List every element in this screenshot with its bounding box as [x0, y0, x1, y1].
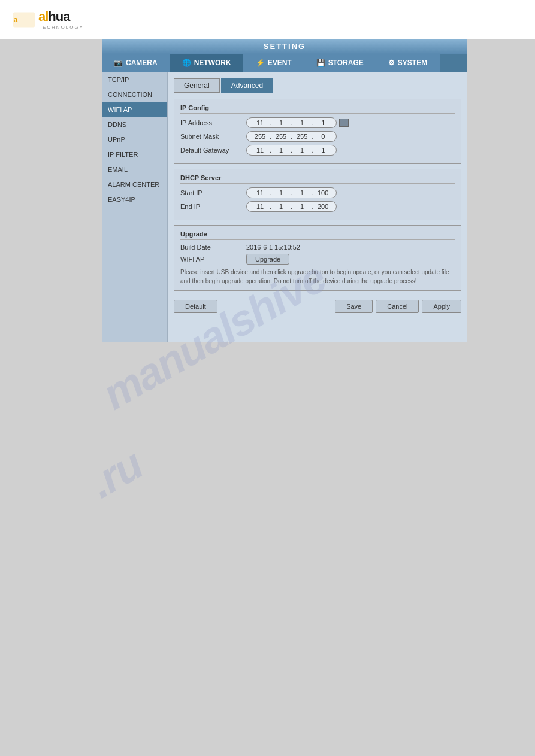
tab-system-label: SYSTEM — [398, 59, 427, 67]
start-ip-octet1[interactable] — [252, 189, 268, 196]
sidebar-item-connection[interactable]: CONNECTION — [102, 87, 167, 102]
dhcpserver-section: DHCP Server Start IP . . . — [174, 169, 461, 220]
action-button-group: Save Cancel Apply — [335, 300, 461, 313]
tab-camera-label: CAMERA — [126, 59, 158, 67]
gateway-octet3[interactable] — [294, 147, 310, 154]
ipconfig-title: IP Config — [180, 104, 455, 114]
ip-address-octet2[interactable] — [273, 119, 289, 126]
network-icon: 🌐 — [182, 59, 191, 67]
gateway-octet1[interactable] — [252, 147, 268, 154]
bottom-buttons: Default Save Cancel Apply — [174, 297, 461, 316]
tab-event-label: EVENT — [268, 59, 292, 67]
logo-brand-accent: al — [38, 9, 48, 24]
sidebar-item-easy4ip[interactable]: EASY4IP — [102, 192, 167, 207]
ip-dot1: . — [270, 119, 271, 126]
sidebar-item-upnp[interactable]: UPnP — [102, 132, 167, 147]
camera-icon: 📷 — [114, 59, 123, 67]
default-gateway-input[interactable]: . . . — [246, 145, 337, 156]
ip-address-label: IP Address — [180, 119, 246, 126]
default-gateway-label: Default Gateway — [180, 147, 246, 154]
subnet-mask-row: Subnet Mask . . . — [180, 131, 455, 142]
gateway-octet2[interactable] — [273, 147, 289, 154]
start-ip-row: Start IP . . . — [180, 187, 455, 198]
end-ip-octet1[interactable] — [252, 203, 268, 210]
sidebar-item-tcpip[interactable]: TCP/IP — [102, 72, 167, 87]
start-dot3: . — [312, 189, 313, 196]
sidebar-item-alarmcenter[interactable]: ALARM CENTER — [102, 177, 167, 192]
main-content: General Advanced IP Config IP Address . … — [168, 72, 467, 342]
setting-header: SETTING — [102, 39, 467, 54]
sidebar-item-email[interactable]: EMAIL — [102, 162, 167, 177]
start-ip-octet4[interactable] — [315, 189, 331, 196]
svg-text:a: a — [13, 14, 18, 23]
watermark-line2: .ru — [81, 439, 150, 508]
logo-subtitle: TECHNOLOGY — [38, 25, 84, 30]
upgrade-title: Upgrade — [180, 230, 455, 240]
cancel-button[interactable]: Cancel — [376, 300, 419, 313]
logo-brand-text: hua — [48, 9, 69, 24]
start-dot2: . — [291, 189, 292, 196]
end-ip-octet2[interactable] — [273, 203, 289, 210]
default-button[interactable]: Default — [174, 300, 217, 313]
end-ip-octet4[interactable] — [315, 203, 331, 210]
subnet-mask-octet2[interactable] — [273, 133, 289, 140]
start-ip-input[interactable]: . . . — [246, 187, 337, 198]
ip-address-input[interactable]: . . . — [246, 117, 337, 128]
tab-system[interactable]: ⚙ SYSTEM — [376, 54, 440, 72]
build-date-value: 2016-6-1 15:10:52 — [246, 244, 300, 251]
content-tab-bar: General Advanced — [174, 78, 461, 93]
start-ip-label: Start IP — [180, 189, 246, 196]
sidebar-item-wifiap[interactable]: WIFI AP — [102, 102, 167, 117]
subnet-mask-input[interactable]: . . . — [246, 131, 337, 142]
ip-address-octet3[interactable] — [294, 119, 310, 126]
ip-address-octet4[interactable] — [315, 119, 331, 126]
event-icon: ⚡ — [256, 59, 265, 67]
gateway-octet4[interactable] — [315, 147, 331, 154]
subnet-mask-octet4[interactable] — [315, 133, 331, 140]
subnet-mask-octet3[interactable] — [294, 133, 310, 140]
tab-storage[interactable]: 💾 STORAGE — [304, 54, 376, 72]
tab-camera[interactable]: 📷 CAMERA — [102, 54, 170, 72]
storage-icon: 💾 — [316, 59, 325, 67]
end-ip-row: End IP . . . — [180, 201, 455, 212]
sidebar-item-ipfilter[interactable]: IP FILTER — [102, 147, 167, 162]
ip-dot3: . — [312, 119, 313, 126]
upgrade-section: Upgrade Build Date 2016-6-1 15:10:52 WIF… — [174, 225, 461, 291]
build-date-row: Build Date 2016-6-1 15:10:52 — [180, 244, 455, 251]
gateway-dot1: . — [270, 147, 271, 154]
wifiap-label: WIFI AP — [180, 256, 246, 263]
end-ip-octet3[interactable] — [294, 203, 310, 210]
sidebar-item-ddns[interactable]: DDNS — [102, 117, 167, 132]
tab-network[interactable]: 🌐 NETWORK — [170, 54, 244, 72]
subnet-dot3: . — [312, 133, 313, 140]
system-icon: ⚙ — [388, 59, 395, 67]
start-ip-octet3[interactable] — [294, 189, 310, 196]
subnet-dot1: . — [270, 133, 271, 140]
tab-general[interactable]: General — [174, 78, 220, 93]
gateway-dot3: . — [312, 147, 313, 154]
tab-event[interactable]: ⚡ EVENT — [244, 54, 304, 72]
save-button[interactable]: Save — [335, 300, 373, 313]
subnet-dot2: . — [291, 133, 292, 140]
end-dot2: . — [291, 203, 292, 210]
nav-tabs: 📷 CAMERA 🌐 NETWORK ⚡ EVENT 💾 STORAGE ⚙ S… — [102, 54, 467, 72]
ip-address-edit-icon[interactable] — [339, 119, 349, 127]
upgrade-button[interactable]: Upgrade — [246, 254, 289, 265]
ip-address-octet1[interactable] — [252, 119, 268, 126]
sidebar: TCP/IP CONNECTION WIFI AP DDNS UPnP IP F… — [102, 72, 168, 342]
end-ip-label: End IP — [180, 203, 246, 210]
end-dot3: . — [312, 203, 313, 210]
start-ip-octet2[interactable] — [273, 189, 289, 196]
subnet-mask-octet1[interactable] — [252, 133, 268, 140]
dhcpserver-title: DHCP Server — [180, 174, 455, 184]
dahua-logo-icon: a — [12, 11, 36, 29]
wifiap-upgrade-row: WIFI AP Upgrade — [180, 254, 455, 265]
tab-advanced[interactable]: Advanced — [221, 78, 273, 93]
subnet-mask-label: Subnet Mask — [180, 133, 246, 140]
gateway-dot2: . — [291, 147, 292, 154]
ip-dot2: . — [291, 119, 292, 126]
build-date-label: Build Date — [180, 244, 246, 251]
end-ip-input[interactable]: . . . — [246, 201, 337, 212]
start-dot1: . — [270, 189, 271, 196]
apply-button[interactable]: Apply — [422, 300, 461, 313]
